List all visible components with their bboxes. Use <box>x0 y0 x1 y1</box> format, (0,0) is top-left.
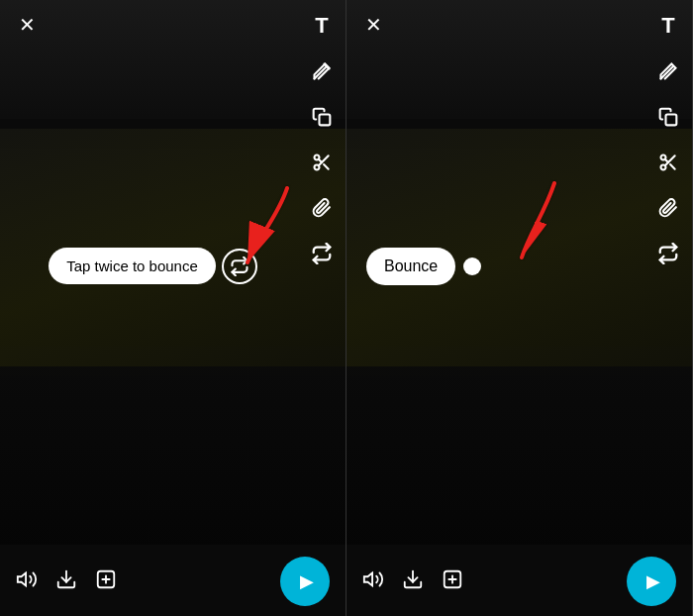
bottom-icons-left <box>16 568 117 595</box>
svg-rect-15 <box>666 115 677 126</box>
copy-tool-left[interactable] <box>308 103 336 131</box>
left-panel: ✕ T <box>0 0 346 616</box>
close-button-left[interactable]: ✕ <box>12 10 42 40</box>
red-arrow-left <box>228 178 307 281</box>
tooltip-text-left: Tap twice to bounce <box>49 248 216 284</box>
pencil-tool-left[interactable] <box>308 57 336 85</box>
right-panel: ✕ T <box>346 0 693 616</box>
bottom-bg-right <box>346 366 692 545</box>
clip-tool-right[interactable] <box>654 194 682 222</box>
add-icon-left[interactable] <box>95 568 117 595</box>
clip-tool-left[interactable] <box>308 194 336 222</box>
copy-tool-right[interactable] <box>654 103 682 131</box>
scissors-tool-right[interactable] <box>654 149 682 176</box>
scissors-tool-left[interactable] <box>308 149 336 176</box>
volume-icon-left[interactable] <box>16 568 38 595</box>
svg-marker-22 <box>364 572 372 585</box>
svg-line-7 <box>319 159 322 162</box>
send-button-left[interactable] <box>280 557 330 606</box>
bottom-bar-right <box>346 547 692 616</box>
bounce-toggle-dot[interactable] <box>463 257 481 275</box>
bottom-bar-left <box>0 547 346 616</box>
bounce-tool-right[interactable] <box>654 240 682 267</box>
close-button-right[interactable]: ✕ <box>358 10 388 40</box>
svg-line-20 <box>665 159 668 162</box>
download-icon-right[interactable] <box>402 568 424 595</box>
volume-icon-right[interactable] <box>362 568 384 595</box>
text-tool-right[interactable]: T <box>654 12 682 40</box>
pencil-tool-right[interactable] <box>654 57 682 85</box>
top-bar-left: ✕ <box>0 0 346 50</box>
bottom-bg-left <box>0 366 346 545</box>
red-arrow-right <box>500 173 579 276</box>
top-bar-right: ✕ <box>346 0 692 50</box>
right-tools-left: T <box>308 12 336 267</box>
bottom-icons-right <box>362 568 463 595</box>
svg-line-6 <box>324 164 329 169</box>
add-icon-right[interactable] <box>442 568 463 595</box>
svg-rect-2 <box>320 115 331 126</box>
svg-line-19 <box>670 164 675 169</box>
right-tools-right: T <box>654 12 682 267</box>
bounce-tool-left[interactable] <box>308 240 336 267</box>
download-icon-left[interactable] <box>55 568 77 595</box>
bounce-label-text: Bounce <box>366 248 455 285</box>
send-button-right[interactable] <box>627 557 676 606</box>
text-tool-left[interactable]: T <box>308 12 336 40</box>
svg-marker-9 <box>18 572 26 585</box>
